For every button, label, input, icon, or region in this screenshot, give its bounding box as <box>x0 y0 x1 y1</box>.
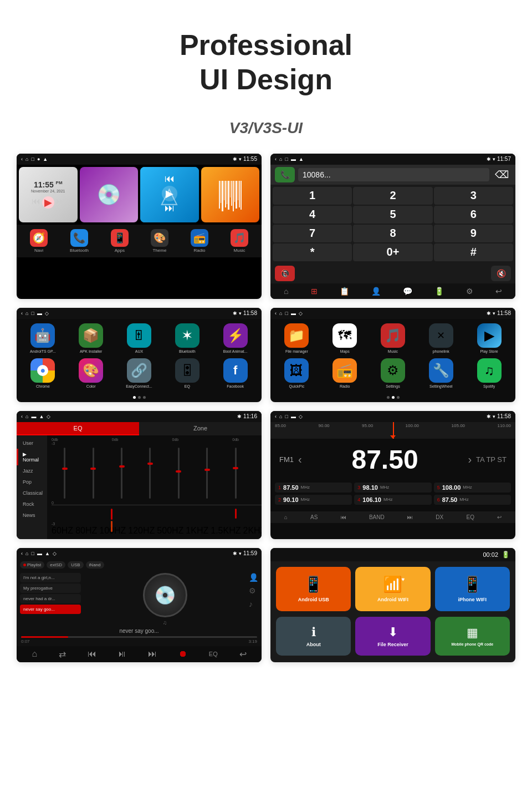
music-home-btn[interactable]: ⌂ <box>32 649 37 659</box>
dial-hash[interactable]: # <box>434 243 513 261</box>
dial-8[interactable]: 8 <box>353 225 432 242</box>
music-eq-btn[interactable]: EQ <box>209 651 218 657</box>
source-extsd[interactable]: extSD <box>47 561 65 569</box>
music-back-btn[interactable]: ↩ <box>239 649 247 659</box>
app-music-grid[interactable]: 🎵 Music <box>371 323 415 354</box>
app-navi[interactable]: 🧭 Navi <box>30 229 48 253</box>
back-icon-2[interactable]: ‹ <box>275 156 277 162</box>
conn-android-usb[interactable]: 📱 Android USB <box>276 567 351 611</box>
app-radio[interactable]: 📻 Radio <box>191 229 208 253</box>
source-usb[interactable]: USB <box>68 561 83 569</box>
conn-about[interactable]: ℹ About <box>276 617 351 656</box>
square-icon-1[interactable]: □ <box>31 156 34 162</box>
dial-1[interactable]: 1 <box>273 187 352 205</box>
track-4[interactable]: never say goo... <box>20 605 81 614</box>
app-spotify[interactable]: ♫ Spotify <box>467 358 511 389</box>
dial-5[interactable]: 5 <box>353 206 432 224</box>
preset-normal[interactable]: ▶ Normal <box>17 449 47 465</box>
conn-iphone-wifi[interactable]: 📱 iPhone WIFI <box>435 567 510 611</box>
phone-back-icon[interactable]: ↩ <box>495 287 502 296</box>
square-icon-2[interactable]: □ <box>285 156 288 162</box>
phone-battery-icon[interactable]: 🔋 <box>434 287 444 296</box>
phone-call-log-icon[interactable]: 📋 <box>340 287 349 296</box>
music-rec-btn[interactable]: ⏺ <box>178 649 187 659</box>
phone-contacts-icon[interactable]: 👤 <box>371 287 381 296</box>
app-eq-grid[interactable]: 🎛 EQ <box>165 358 209 389</box>
conn-qr-code[interactable]: ▦ Mobile phone QR code <box>435 617 510 656</box>
preset-jazz[interactable]: Jazz <box>17 465 47 476</box>
app-color[interactable]: 🎨 Color <box>69 358 113 389</box>
radio-preset-2[interactable]: 2 90.10 MHz <box>275 495 352 505</box>
app-bluetooth[interactable]: 📞 Bluetooth <box>70 229 89 253</box>
music-star-icon[interactable]: ⚙ <box>249 586 258 595</box>
dial-3[interactable]: 3 <box>434 187 513 205</box>
track-3[interactable]: never had a dr... <box>20 594 81 603</box>
app-settings[interactable]: ⚙ Settings <box>371 358 415 389</box>
music-next-btn[interactable]: ⏭ <box>148 649 157 659</box>
phone-settings-icon[interactable]: ⚙ <box>466 287 473 296</box>
preset-news[interactable]: News <box>17 510 47 521</box>
music-shuffle-btn[interactable]: ⇄ <box>59 649 66 659</box>
radio-home-btn[interactable]: ⌂ <box>284 514 288 520</box>
radio-preset-5[interactable]: 5 108.00 MHz <box>434 483 511 493</box>
radio-band-btn[interactable]: BAND <box>369 514 385 520</box>
music-play-btn[interactable]: ⏯ <box>117 649 126 659</box>
source-playlist[interactable]: Playlist <box>20 561 44 569</box>
app-boot-anim[interactable]: ⚡ Boot Animat... <box>213 323 257 354</box>
app-theme[interactable]: 🎨 Theme <box>151 229 168 253</box>
volume-button[interactable]: 🔇 <box>491 266 511 281</box>
conn-file-receiver[interactable]: ⬇ File Receiver <box>355 617 430 656</box>
app-settingwheel[interactable]: 🔧 SettingWheel <box>419 358 463 389</box>
preset-user[interactable]: User <box>17 438 47 449</box>
preset-classical[interactable]: Classical <box>17 488 47 499</box>
conn-android-wifi[interactable]: 📶 ♥ Android WIFI <box>355 567 430 611</box>
backspace-button[interactable]: ⌫ <box>493 166 511 183</box>
dial-2[interactable]: 2 <box>353 187 432 205</box>
app-chrome[interactable]: ● Chrome <box>21 358 65 389</box>
app-android-gp[interactable]: 🤖 AndroITS GP... <box>21 323 65 354</box>
phone-msg-icon[interactable]: 💬 <box>403 287 412 296</box>
app-music[interactable]: 🎵 Music <box>231 229 248 253</box>
preset-rock[interactable]: Rock <box>17 499 47 510</box>
radio-preset-1[interactable]: 1 87.50 MHz <box>275 483 352 493</box>
app-maps[interactable]: 🗺 Maps <box>323 323 367 354</box>
dial-7[interactable]: 7 <box>273 225 352 242</box>
track-2[interactable]: My prerogative <box>20 583 81 593</box>
radio-prev-btn[interactable]: ⏮ <box>341 514 346 520</box>
source-inand[interactable]: iNand <box>86 561 104 569</box>
eq-tab-eq[interactable]: EQ <box>17 422 139 435</box>
back-icon-1[interactable]: ‹ <box>21 156 23 162</box>
radio-prev[interactable]: ‹ <box>298 453 302 466</box>
radio-next-btn[interactable]: ⏭ <box>407 514 413 520</box>
call-button[interactable]: 📞 <box>275 167 295 182</box>
dial-0[interactable]: 0+ <box>353 243 432 261</box>
preset-pop[interactable]: Pop <box>17 476 47 488</box>
app-playstore[interactable]: ▶ Play Store <box>467 323 511 354</box>
radio-eq-btn[interactable]: EQ <box>467 514 474 520</box>
app-easyconnect[interactable]: 🔗 EasyConnect... <box>117 358 161 389</box>
radio-back-btn[interactable]: ↩ <box>497 514 502 520</box>
music-prev-btn[interactable]: ⏮ <box>88 649 96 659</box>
phone-grid-icon[interactable]: ⊞ <box>311 287 318 296</box>
dial-9[interactable]: 9 <box>434 225 513 242</box>
radio-next[interactable]: › <box>468 453 472 466</box>
app-aux[interactable]: 🎚 AUX <box>117 323 161 354</box>
eq-tab-zone[interactable]: Zone <box>139 422 262 435</box>
radio-preset-6[interactable]: 6 87.50 MHz <box>434 495 511 505</box>
radio-as-btn[interactable]: AS <box>310 514 318 520</box>
app-phonelink[interactable]: ✕ phonelink <box>419 323 463 354</box>
dial-6[interactable]: 6 <box>434 206 513 224</box>
phone-home-icon[interactable]: ⌂ <box>284 287 288 296</box>
app-bluetooth-grid[interactable]: ✶ Bluetooth <box>165 323 209 354</box>
radio-preset-4[interactable]: 4 106.10 MHz <box>354 495 431 505</box>
dial-star[interactable]: * <box>273 243 352 261</box>
app-radio-grid[interactable]: 📻 Radio <box>323 358 367 389</box>
radio-dx-btn[interactable]: DX <box>436 514 443 520</box>
home-icon-2[interactable]: ⌂ <box>279 156 282 162</box>
radio-preset-3[interactable]: 3 98.10 MHz <box>354 483 431 493</box>
dial-4[interactable]: 4 <box>273 206 352 224</box>
app-filemanager[interactable]: 📁 File manager <box>275 323 319 354</box>
end-call-button[interactable]: 📵 <box>275 266 295 281</box>
track-1[interactable]: I'm not a girl,n... <box>20 573 81 582</box>
home-icon-1[interactable]: ⌂ <box>25 156 28 162</box>
